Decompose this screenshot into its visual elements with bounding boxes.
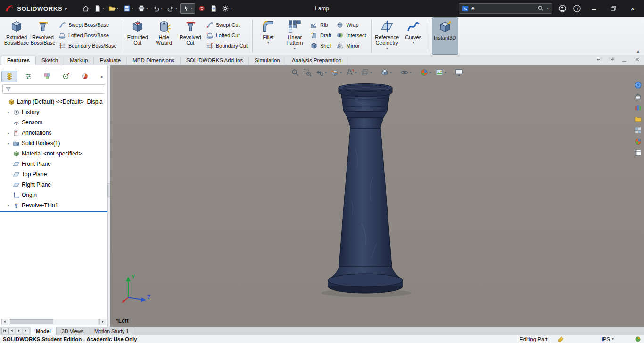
edit-appearance-dropdown-icon[interactable]: ▾ <box>429 71 431 74</box>
nav-first-button[interactable] <box>1 328 8 334</box>
zoom-to-fit-button[interactable] <box>290 67 300 78</box>
curves-button[interactable]: Curves▾ <box>400 17 427 55</box>
apply-scene-dropdown-icon[interactable]: ▾ <box>445 71 446 74</box>
dropdown-icon[interactable]: ▾ <box>386 47 388 50</box>
undo-dropdown-icon[interactable]: ▾ <box>161 7 163 10</box>
nav-prev-button[interactable] <box>8 328 15 334</box>
scroll-left-icon[interactable] <box>1 318 8 325</box>
view-orientation-button[interactable]: ▾ <box>360 67 373 78</box>
previous-view-dropdown-icon[interactable]: ▾ <box>325 71 327 74</box>
tab-markup[interactable]: Markup <box>64 56 94 65</box>
home-button[interactable] <box>81 3 91 14</box>
open-button[interactable]: ▾ <box>107 3 120 14</box>
tab-features[interactable]: Features <box>1 56 36 65</box>
intersect-button[interactable]: Intersect <box>334 31 368 39</box>
doc-tab-model[interactable]: Model <box>31 327 57 335</box>
new-document-button[interactable]: ▾ <box>92 3 106 14</box>
search-icon[interactable] <box>537 5 544 12</box>
units-selector[interactable]: IPS ▾ <box>601 336 614 342</box>
redo-dropdown-icon[interactable]: ▾ <box>175 7 177 10</box>
navigation-sphere-tab[interactable] <box>633 80 643 90</box>
select-cursor-button[interactable]: ▾ <box>180 3 195 14</box>
search-dropdown-icon[interactable]: ▾ <box>547 7 549 10</box>
reference-geometry-button[interactable]: ReferenceGeometry▾ <box>374 17 400 55</box>
tag-icon[interactable] <box>558 336 564 343</box>
zoom-to-area-button[interactable] <box>302 67 313 78</box>
annotation-views-dropdown-icon[interactable]: ▾ <box>355 71 357 74</box>
tree-item-annotations[interactable]: ▸Annotations <box>0 128 107 138</box>
search-input[interactable]: e <box>471 5 535 12</box>
section-view-button[interactable]: ▾ <box>330 67 343 78</box>
restore-button[interactable] <box>607 5 620 12</box>
tab-evaluate[interactable]: Evaluate <box>94 56 127 65</box>
panel-grip[interactable] <box>0 65 107 70</box>
custom-properties-tab[interactable] <box>633 148 643 158</box>
dock-right-icon[interactable] <box>609 57 615 63</box>
file-properties-button[interactable] <box>208 3 219 14</box>
doc-tab-3d-views[interactable]: 3D Views <box>57 327 89 335</box>
configurationmanager-tab[interactable] <box>39 71 55 82</box>
display-style-button[interactable]: ▾ <box>380 67 393 78</box>
nav-last-button[interactable] <box>23 328 29 334</box>
rib-button[interactable]: Rib <box>308 21 334 29</box>
annotation-views-button[interactable]: ▾ <box>345 67 358 78</box>
close-panel-icon[interactable] <box>634 57 640 63</box>
display-style-dropdown-icon[interactable]: ▾ <box>390 71 392 74</box>
panel-expand-icon[interactable]: ▸ <box>101 74 106 79</box>
tree-item-right-plane[interactable]: Right Plane <box>0 180 107 190</box>
instant3d-button[interactable]: Instant3D <box>432 17 458 55</box>
options-gear-button[interactable]: ▾ <box>220 3 233 14</box>
rollback-bar[interactable] <box>0 211 107 212</box>
viewport-canvas[interactable]: ▾▾▾▾▾▾▾▾ <box>110 65 644 327</box>
tree-item-material-not-specified[interactable]: Material <not specified> <box>0 148 107 159</box>
search-box[interactable]: e ▾ <box>459 3 552 14</box>
solidworks-brand[interactable]: SOLIDWORKS ▸ <box>5 4 67 13</box>
propertymanager-tab[interactable] <box>20 71 36 82</box>
options-gear-dropdown-icon[interactable]: ▾ <box>230 7 232 10</box>
shell-button[interactable]: Shell <box>308 41 334 49</box>
boundary-cut-button[interactable]: Boundary Cut <box>204 41 250 49</box>
tree-item-front-plane[interactable]: Front Plane <box>0 159 107 169</box>
displaymanager-tab[interactable] <box>77 71 93 82</box>
section-view-dropdown-icon[interactable]: ▾ <box>340 71 342 74</box>
dimxpertmanager-tab[interactable] <box>58 71 74 82</box>
print-dropdown-icon[interactable]: ▾ <box>146 7 148 10</box>
revolved-boss-base-button[interactable]: RevolvedBoss/Base <box>30 17 56 55</box>
mirror-button[interactable]: Mirror <box>334 41 368 49</box>
nav-next-button[interactable] <box>16 328 22 334</box>
tree-item-lamp-default-default-displa[interactable]: Lamp (Default) <<Default>_Displa <box>0 97 107 107</box>
tree-filter[interactable] <box>2 84 105 94</box>
redo-button[interactable]: ▾ <box>165 3 179 14</box>
fillet-button[interactable]: Fillet▾ <box>255 17 281 55</box>
boundary-boss-base-button[interactable]: Boundary Boss/Base <box>56 41 119 49</box>
design-library-tab[interactable] <box>633 103 643 113</box>
featuremanager-tab[interactable] <box>1 71 17 82</box>
edit-appearance-button[interactable]: ▾ <box>419 67 432 78</box>
wrap-button[interactable]: Wrap <box>334 21 368 29</box>
ribbon-collapse-icon[interactable]: ▴ <box>637 49 639 54</box>
tab-mbd-dimensions[interactable]: MBD Dimensions <box>127 56 181 65</box>
swept-boss-base-button[interactable]: Swept Boss/Base <box>56 21 119 29</box>
view-orientation-dropdown-icon[interactable]: ▾ <box>370 71 372 74</box>
lamp-model[interactable] <box>281 82 450 305</box>
open-dropdown-icon[interactable]: ▾ <box>117 7 119 10</box>
apply-scene-button[interactable]: ▾ <box>434 67 447 78</box>
hole-wizard-button[interactable]: HoleWizard <box>151 17 177 55</box>
rebuild-button[interactable] <box>197 3 207 14</box>
panel-horizontal-scrollbar[interactable] <box>1 318 106 325</box>
extruded-cut-button[interactable]: ExtrudedCut <box>124 17 151 55</box>
hide-show-items-button[interactable]: ▾ <box>399 67 413 78</box>
help-icon[interactable]: ? <box>573 4 581 13</box>
tree-item-history[interactable]: ▸History <box>0 107 107 117</box>
tab-analysis-preparation[interactable]: Analysis Preparation <box>286 56 347 65</box>
hide-show-items-dropdown-icon[interactable]: ▾ <box>410 71 412 74</box>
tree-item-origin[interactable]: Origin <box>0 190 107 200</box>
tree-item-revolve-thin1[interactable]: ▸Revolve-Thin1 <box>0 200 107 211</box>
extruded-boss-base-button[interactable]: ExtrudedBoss/Base <box>3 17 30 55</box>
dropdown-icon[interactable]: ▾ <box>294 47 296 50</box>
view-palette-tab[interactable] <box>633 125 643 135</box>
doc-tab-motion-study-1[interactable]: Motion Study 1 <box>89 327 134 335</box>
view-settings-button[interactable] <box>454 67 464 78</box>
tree-item-solid-bodies-1[interactable]: ▸Solid Bodies(1) <box>0 138 107 148</box>
draft-button[interactable]: Draft <box>308 31 334 39</box>
